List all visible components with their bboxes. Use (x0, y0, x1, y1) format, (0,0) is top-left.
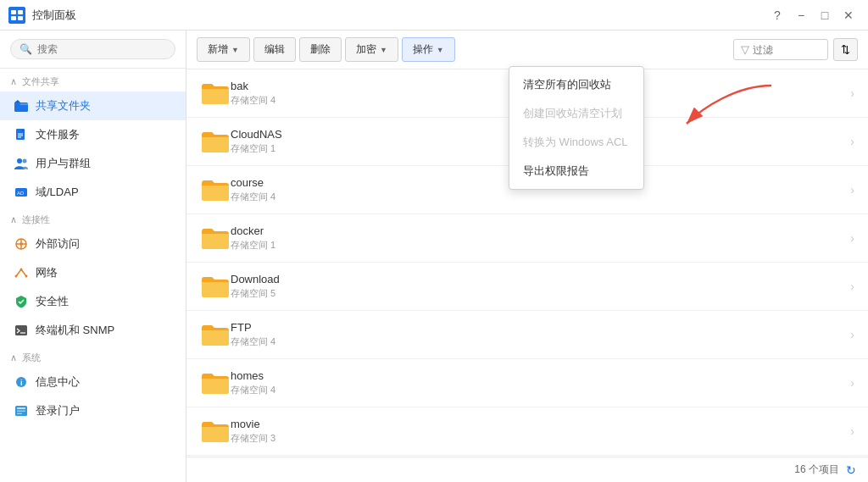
encrypt-button[interactable]: 加密 ▼ (345, 37, 398, 62)
chevron-right-icon-movie: › (850, 424, 854, 438)
sort-button[interactable]: ⇅ (833, 38, 858, 61)
chevron-down-icon-3: ∧ (10, 352, 17, 363)
file-name-movie: movie (231, 418, 850, 430)
sidebar-item-user-group[interactable]: 用户与群组 (0, 149, 186, 178)
chevron-down-icon-2: ∧ (10, 214, 17, 225)
folder-share-icon (14, 98, 29, 114)
sidebar-item-external-access[interactable]: 外部访问 (0, 230, 186, 258)
file-info-movie: movie 存储空间 3 (231, 418, 850, 445)
dropdown-item-export-report[interactable]: 导出权限报告 (509, 157, 643, 186)
content-area: 新增 ▼ 编辑 删除 加密 ▼ 操作 ▼ ▽ ⇅ (186, 30, 868, 482)
sidebar-item-terminal[interactable]: 终端机和 SNMP (0, 316, 186, 345)
svg-rect-31 (17, 413, 22, 415)
section-label-file-sharing: 文件共享 (22, 75, 59, 88)
info-center-icon: i (14, 374, 29, 390)
search-input[interactable] (37, 43, 166, 55)
help-button[interactable]: ? (766, 6, 788, 25)
sidebar-item-info-center[interactable]: i 信息中心 (0, 368, 186, 396)
folder-icon-movie (200, 416, 231, 446)
minimize-button[interactable]: − (790, 6, 812, 25)
file-service-icon (14, 127, 29, 142)
svg-rect-2 (18, 10, 23, 14)
svg-rect-24 (15, 325, 27, 335)
sidebar-item-domain[interactable]: AD 域/LDAP (0, 178, 186, 207)
file-info-ftp: FTP 存储空间 4 (231, 321, 850, 348)
delete-button[interactable]: 删除 (299, 37, 342, 62)
external-access-icon (14, 236, 29, 252)
dropdown-item-clear-recycle[interactable]: 清空所有的回收站 (509, 70, 643, 99)
folder-icon-course (200, 175, 231, 205)
edit-button[interactable]: 编辑 (253, 37, 296, 62)
svg-point-12 (23, 159, 27, 163)
svg-point-11 (17, 158, 22, 163)
action-button[interactable]: 操作 ▼ (402, 37, 455, 62)
toolbar-right: ▽ ⇅ (733, 38, 858, 61)
svg-text:i: i (20, 379, 23, 387)
file-item-docker[interactable]: docker 存储空间 1 › (186, 214, 868, 263)
refresh-button[interactable]: ↻ (846, 463, 856, 477)
chevron-right-icon-course: › (850, 183, 854, 197)
login-portal-icon (14, 403, 29, 418)
terminal-icon (14, 323, 29, 338)
section-header-system[interactable]: ∧ 系统 (0, 345, 186, 368)
search-icon: 🔍 (19, 43, 32, 55)
file-info-docker: docker 存储空间 1 (231, 224, 850, 252)
sidebar-item-label-shared-folder: 共享文件夹 (36, 98, 91, 114)
network-icon (14, 265, 29, 280)
sidebar-item-shared-folder[interactable]: 共享文件夹 (0, 91, 186, 120)
file-item-music[interactable]: music 存储空间 4 › (186, 456, 868, 457)
section-header-file-sharing[interactable]: ∧ 文件共享 (0, 69, 186, 91)
sidebar-item-label-user-group: 用户与群组 (36, 156, 91, 171)
file-meta-docker: 存储空间 1 (231, 239, 850, 252)
sidebar-item-login-portal[interactable]: 登录门户 (0, 396, 186, 425)
domain-icon: AD (14, 185, 29, 200)
dropdown-item-create-plan: 创建回收站清空计划 (509, 99, 643, 128)
file-item-homes[interactable]: homes 存储空间 4 › (186, 359, 868, 407)
svg-rect-29 (17, 407, 25, 409)
filter-icon: ▽ (741, 43, 749, 56)
sidebar-item-label-domain: 域/LDAP (36, 185, 79, 200)
sidebar-item-security[interactable]: 安全性 (0, 287, 186, 316)
svg-text:AD: AD (17, 191, 25, 196)
filter-input[interactable] (753, 44, 821, 56)
search-box[interactable]: 🔍 (10, 39, 175, 59)
file-item-download[interactable]: Download 存储空间 5 › (186, 263, 868, 311)
folder-icon-download (200, 271, 231, 302)
folder-icon-homes (200, 368, 231, 398)
encrypt-button-label: 加密 (356, 42, 376, 57)
maximize-button[interactable]: □ (814, 6, 836, 25)
app-icon (8, 7, 25, 24)
sidebar-item-network[interactable]: 网络 (0, 258, 186, 287)
file-item-movie[interactable]: movie 存储空间 3 › (186, 407, 868, 456)
users-icon (14, 156, 29, 171)
svg-rect-30 (17, 411, 25, 413)
filter-box[interactable]: ▽ (733, 39, 828, 60)
close-button[interactable]: ✕ (837, 6, 860, 25)
file-item-ftp[interactable]: FTP 存储空间 4 › (186, 311, 868, 359)
new-button[interactable]: 新增 ▼ (197, 37, 250, 62)
chevron-down-icon: ∧ (10, 76, 17, 87)
svg-rect-0 (8, 7, 25, 24)
section-header-connectivity[interactable]: ∧ 连接性 (0, 207, 186, 230)
action-button-label: 操作 (413, 42, 433, 57)
main-container: 🔍 ∧ 文件共享 共享文件夹 (0, 30, 868, 482)
sidebar-item-file-service[interactable]: 文件服务 (0, 120, 186, 149)
chevron-right-icon-docker: › (850, 231, 854, 245)
encrypt-dropdown-arrow: ▼ (380, 46, 387, 54)
item-count: 16 个项目 (794, 463, 839, 477)
svg-rect-4 (18, 16, 23, 20)
file-name-download: Download (231, 273, 850, 285)
security-icon (14, 294, 29, 309)
titlebar: 控制面板 ? − □ ✕ (0, 0, 868, 30)
toolbar: 新增 ▼ 编辑 删除 加密 ▼ 操作 ▼ ▽ ⇅ (186, 30, 868, 69)
sidebar: 🔍 ∧ 文件共享 共享文件夹 (0, 30, 186, 482)
sort-icon: ⇅ (841, 43, 850, 56)
sidebar-item-label-file-service: 文件服务 (36, 127, 80, 142)
file-meta-ftp: 存储空间 4 (231, 335, 850, 348)
svg-rect-3 (11, 16, 16, 20)
svg-point-16 (19, 242, 23, 246)
svg-rect-1 (11, 10, 16, 14)
file-name-ftp: FTP (231, 321, 850, 334)
folder-icon-bak (200, 78, 231, 108)
new-dropdown-arrow: ▼ (231, 46, 239, 54)
